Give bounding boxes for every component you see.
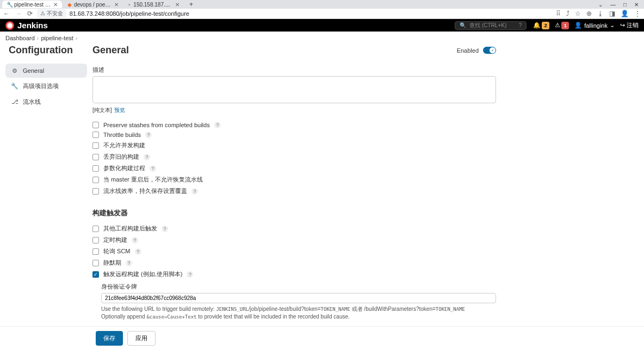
checkbox-label: Preserve stashes from completed builds	[103, 122, 210, 128]
gear-icon: ⚙	[11, 67, 18, 74]
checkbox-row: 不允许并发构建	[92, 141, 496, 149]
preview-link[interactable]: 预览	[114, 107, 125, 113]
back-icon[interactable]: ←	[3, 10, 10, 17]
browser-tab-active[interactable]: 🔧 pipeline-test Config [Jenkins] ✕	[2, 1, 62, 8]
bell-icon[interactable]: 🔔2	[533, 22, 549, 29]
checkbox[interactable]	[92, 248, 99, 255]
checkbox-row: 定时构建 ?	[92, 236, 496, 244]
install-icon[interactable]: ⊕	[586, 10, 592, 17]
checkbox[interactable]	[92, 177, 99, 183]
remote-trigger-section: 身份验证令牌 Use the following URL to trigger …	[92, 283, 496, 321]
help-icon[interactable]: ?	[132, 237, 138, 243]
help-icon[interactable]: ?	[150, 165, 156, 172]
breadcrumb-dashboard[interactable]: Dashboard	[5, 35, 35, 41]
jenkins-logo[interactable]: Jenkins	[5, 21, 48, 30]
new-tab-button[interactable]: +	[185, 1, 197, 8]
preview-row: [纯文本] 预览	[92, 107, 496, 114]
checkbox[interactable]	[92, 188, 99, 195]
content: General Enabled 描述 [纯文本] 预览 Preserve sta…	[92, 45, 496, 350]
enabled-toggle[interactable]	[483, 47, 496, 54]
sidebar-item-label: 高级项目选项	[23, 82, 59, 90]
download-icon[interactable]: ⭳	[597, 10, 604, 17]
breadcrumb-job[interactable]: pipeline-test	[41, 35, 73, 41]
section-header: General Enabled	[92, 45, 496, 56]
apply-button[interactable]: 应用	[127, 331, 156, 346]
close-icon[interactable]: ✕	[175, 2, 179, 8]
checkbox-row: 参数化构建过程 ?	[92, 164, 496, 172]
help-icon[interactable]: ?	[519, 22, 522, 28]
help-icon[interactable]: ?	[145, 132, 152, 138]
warning-icon[interactable]: ⚠1	[555, 22, 569, 29]
chevron-right-icon: ›	[76, 35, 78, 41]
forward-icon[interactable]: →	[15, 10, 22, 17]
jenkins-favicon-icon: 🔧	[7, 2, 12, 7]
sidebar-item-label: General	[23, 67, 44, 74]
token-input[interactable]	[101, 293, 496, 303]
help-icon[interactable]: ?	[144, 154, 150, 160]
help-icon[interactable]: ?	[214, 122, 221, 128]
tab-title: 150.158.187.211:8080/poem...	[133, 2, 173, 8]
browser-tab[interactable]: ▫ 150.158.187.211:8080/poem... ✕	[124, 1, 184, 8]
close-icon[interactable]: ✕	[53, 2, 58, 8]
close-icon[interactable]: ✕	[114, 2, 119, 8]
save-button[interactable]: 保存	[96, 331, 123, 346]
url-text: 81.68.73.248:8080/job/pipeline-test/conf…	[70, 10, 189, 17]
sidebar-title: Configuration	[5, 45, 87, 56]
menu-icon[interactable]: ⋮	[634, 10, 641, 17]
breadcrumb: Dashboard › pipeline-test ›	[0, 32, 644, 45]
checkbox[interactable]	[92, 122, 99, 128]
checkbox-label: 参数化构建过程	[103, 164, 145, 172]
checkbox-row: ✓ 触发远程构建 (例如,使用脚本) ?	[92, 270, 496, 278]
checkbox[interactable]	[92, 132, 99, 138]
checkbox[interactable]	[92, 237, 99, 243]
window-close-icon[interactable]: ✕	[634, 2, 639, 8]
checkbox-label: 其他工程构建后触发	[103, 224, 157, 233]
tab-title: pipeline-test Config [Jenkins]	[14, 2, 51, 8]
chevron-down-icon[interactable]: ⌄	[598, 2, 603, 8]
search-icon: 🔍	[460, 22, 466, 28]
pipeline-icon: ⎇	[11, 98, 18, 106]
share-icon[interactable]: ⤴	[566, 10, 569, 17]
checkbox[interactable]	[92, 260, 99, 266]
checkbox-label: 触发远程构建 (例如,使用脚本)	[103, 270, 182, 278]
enabled-label: Enabled	[457, 47, 479, 54]
triggers-heading: 构建触发器	[92, 208, 496, 218]
checkbox[interactable]	[92, 142, 99, 149]
checkbox[interactable]	[92, 226, 99, 232]
chevron-right-icon: ›	[37, 35, 39, 41]
search-input[interactable]: 🔍 查找 (CTRL+K) ?	[455, 21, 527, 30]
help-icon[interactable]: ?	[187, 271, 193, 278]
token-label: 身份验证令牌	[101, 283, 496, 291]
header-right: 🔔2 ⚠1 👤 fallingink ⌄ ↪ 注销	[533, 21, 639, 29]
browser-tab[interactable]: ◆ devops / poem · GitLab ✕	[63, 1, 123, 8]
sidebar-item-advanced[interactable]: 🔧 高级项目选项	[5, 79, 87, 93]
maximize-icon[interactable]: □	[623, 2, 627, 8]
url-field[interactable]: ⚠ 不安全 81.68.73.248:8080/job/pipeline-tes…	[37, 9, 552, 18]
checkbox-row: 其他工程构建后触发 ?	[92, 224, 496, 233]
address-bar: ← → ⟳ ⚠ 不安全 81.68.73.248:8080/job/pipeli…	[0, 9, 644, 18]
help-icon[interactable]: ?	[162, 226, 168, 232]
jenkins-logo-icon	[5, 21, 14, 30]
user-menu[interactable]: 👤 fallingink ⌄	[574, 22, 615, 29]
star-icon[interactable]: ☆	[575, 10, 581, 17]
user-icon: 👤	[574, 22, 582, 29]
help-icon[interactable]: ?	[126, 260, 132, 266]
profile-icon[interactable]: 👤	[621, 10, 629, 17]
translate-icon[interactable]: ⠿	[556, 10, 561, 17]
sidebar-item-general[interactable]: ⚙ General	[5, 64, 87, 78]
sidebar-item-pipeline[interactable]: ⎇ 流水线	[5, 95, 87, 109]
sidepanel-icon[interactable]: ◨	[609, 10, 615, 17]
plain-text-label: [纯文本]	[92, 107, 112, 113]
checkbox[interactable]: ✓	[92, 271, 99, 278]
logout-link[interactable]: ↪ 注销	[620, 21, 639, 29]
help-icon[interactable]: ?	[191, 188, 198, 195]
security-warning[interactable]: ⚠ 不安全	[37, 9, 66, 18]
checkbox[interactable]	[92, 154, 99, 160]
minimize-icon[interactable]: —	[610, 2, 616, 8]
help-icon[interactable]: ?	[135, 248, 141, 255]
logout-icon: ↪	[620, 22, 625, 29]
reload-icon[interactable]: ⟳	[27, 10, 33, 17]
checkbox-label: 不允许并发构建	[103, 141, 145, 149]
description-textarea[interactable]	[92, 76, 496, 103]
checkbox[interactable]	[92, 165, 99, 172]
